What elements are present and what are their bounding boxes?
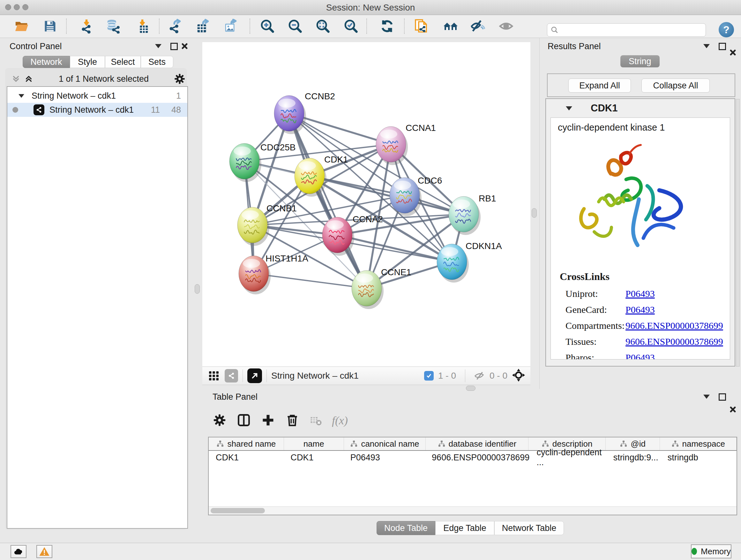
network-row-selected[interactable]: String Network – cdk1 11 48 [7, 103, 187, 117]
hide-selected-button[interactable] [469, 17, 486, 35]
open-session-button[interactable] [13, 17, 30, 35]
selected-checkbox-icon[interactable] [424, 371, 434, 381]
zoom-in-button[interactable] [259, 17, 276, 35]
column-header-name[interactable]: name [284, 437, 344, 450]
tab-select[interactable]: Select [105, 56, 141, 68]
results-panel-float-button[interactable] [719, 43, 726, 50]
open-in-window-button[interactable] [247, 368, 262, 383]
column-header-database-identifier[interactable]: database identifier [426, 437, 529, 450]
network-edge[interactable] [254, 273, 367, 288]
import-table-icon [135, 19, 150, 34]
table-panel-close-button[interactable] [730, 406, 736, 413]
table-cell[interactable]: P06493 [343, 451, 425, 464]
column-header--id[interactable]: @id [606, 437, 660, 450]
show-all-button[interactable] [497, 17, 515, 35]
table-options-gear-button[interactable] [212, 413, 226, 428]
string-view-button[interactable] [225, 369, 238, 382]
search-input[interactable] [559, 25, 702, 35]
network-collection-row[interactable]: String Network – cdk1 1 [7, 89, 187, 103]
expand-all-button[interactable]: Expand All [568, 78, 631, 92]
clone-network-button[interactable] [413, 17, 430, 35]
delete-table-button[interactable] [310, 415, 322, 428]
expand-all-networks-button[interactable] [23, 74, 34, 85]
collapse-all-networks-button[interactable] [11, 74, 21, 85]
network-node[interactable]: HIST1H1A [239, 253, 308, 294]
crosslink-label: GeneCard: [565, 304, 625, 315]
table-h-scrollbar-thumb[interactable] [211, 508, 265, 513]
tab-style[interactable]: Style [70, 56, 105, 68]
table-cell[interactable]: CDK1 [284, 451, 343, 464]
collapse-all-button[interactable]: Collapse All [642, 78, 710, 92]
network-edge[interactable] [337, 235, 452, 262]
add-column-button[interactable] [261, 413, 275, 428]
table-cell[interactable]: stringdb [661, 451, 737, 464]
zoom-fit-button[interactable] [314, 17, 332, 35]
control-panel-close-button[interactable] [181, 43, 188, 49]
network-node[interactable]: RB1 [449, 193, 496, 235]
control-panel-menu-button[interactable] [155, 44, 161, 48]
results-scrollbar[interactable] [736, 99, 740, 367]
network-node[interactable]: CCNB1 [238, 203, 297, 246]
table-panel-float-button[interactable] [719, 393, 726, 401]
column-header-canonical-name[interactable]: canonical name [344, 437, 426, 450]
first-neighbors-button[interactable] [442, 17, 459, 35]
crosslink-link[interactable]: P06493 [625, 304, 655, 315]
column-header-shared-name[interactable]: shared name [209, 437, 284, 450]
cloud-button[interactable] [10, 545, 26, 558]
table-cell[interactable]: 9606.ENSP00000378699 [425, 451, 529, 464]
network-node[interactable]: CDC6 [390, 176, 442, 216]
left-splitter-handle[interactable] [195, 284, 200, 294]
control-panel-float-button[interactable] [171, 43, 178, 50]
table-cell[interactable]: CDK1 [209, 451, 284, 464]
table-row[interactable]: CDK1CDK1P064939606.ENSP00000378699cyclin… [209, 451, 737, 464]
export-image-button[interactable] [222, 17, 239, 35]
network-options-gear-button[interactable] [174, 73, 186, 86]
warning-button[interactable] [37, 545, 52, 558]
table-cell[interactable]: stringdb:9... [606, 451, 661, 464]
results-panel-close-button[interactable] [730, 49, 736, 56]
zoom-selected-button[interactable] [342, 17, 360, 35]
results-panel-menu-button[interactable] [703, 44, 710, 48]
network-node[interactable]: CDK1 [294, 154, 348, 197]
tab-network-table[interactable]: Network Table [494, 521, 564, 535]
import-table-button[interactable] [134, 17, 151, 35]
refresh-button[interactable] [379, 17, 396, 35]
export-network-button[interactable] [167, 17, 184, 35]
save-floppy-icon [43, 19, 57, 33]
tab-network[interactable]: Network [23, 56, 70, 68]
help-button[interactable]: ? [719, 22, 734, 37]
search-field[interactable] [547, 23, 706, 37]
zoom-out-button[interactable] [286, 17, 304, 35]
show-columns-button[interactable] [237, 413, 251, 428]
crosslink-link[interactable]: P06493 [625, 288, 655, 299]
import-network-button[interactable] [78, 17, 95, 35]
table-panel-menu-button[interactable] [703, 395, 710, 399]
crosslink-link[interactable]: 9606.ENSP00000378699 [625, 320, 723, 331]
gene-collapse-icon[interactable] [566, 106, 572, 111]
table-h-scrollbar[interactable] [209, 506, 737, 515]
column-header-namespace[interactable]: namespace [660, 437, 737, 450]
import-network-from-database-button[interactable] [105, 17, 122, 35]
network-node[interactable]: CCNE1 [352, 267, 411, 309]
eye-slash-icon [470, 19, 485, 34]
delete-column-button[interactable] [285, 413, 299, 428]
tab-edge-table[interactable]: Edge Table [435, 521, 494, 535]
tab-node-table[interactable]: Node Table [377, 521, 435, 535]
tab-sets[interactable]: Sets [141, 56, 173, 68]
tab-string[interactable]: String [620, 55, 660, 67]
crosslink-link[interactable]: 9606.ENSP00000378699 [625, 336, 723, 347]
right-splitter-handle[interactable] [532, 208, 537, 218]
birds-eye-view-button[interactable] [512, 368, 525, 383]
crosslink-link[interactable]: P06493 [625, 352, 655, 360]
table-cell[interactable]: cyclin-dependent ... [529, 451, 606, 464]
memory-button[interactable]: Memory [691, 544, 731, 558]
export-table-button[interactable] [194, 17, 212, 35]
save-session-button[interactable] [42, 17, 59, 35]
grid-view-button[interactable] [208, 369, 219, 382]
node-table[interactable]: shared namenamecanonical namedatabase id… [208, 437, 737, 515]
network-node[interactable]: CDKN1A [437, 241, 502, 283]
network-canvas[interactable]: CCNB2CCNA1CDC25BCDK1CDC6RB1CCNB1CCNA2CDK… [202, 42, 530, 367]
collection-collapse-icon[interactable] [18, 94, 24, 98]
gene-section-header[interactable]: CDK1 [546, 99, 735, 118]
bottom-splitter-handle[interactable] [466, 386, 475, 391]
